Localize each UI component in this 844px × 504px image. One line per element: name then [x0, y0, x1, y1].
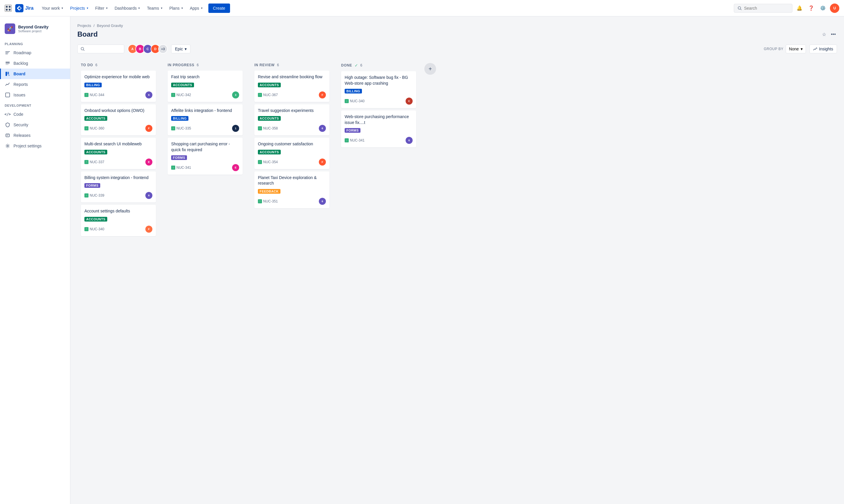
board-card[interactable]: Multi-dest search UI mobilewebACCOUNTS↑N… [81, 138, 156, 169]
board-search-input[interactable] [87, 47, 116, 51]
board-card[interactable]: Fast trip searchACCOUNTS↑NUC-3423 [168, 71, 243, 102]
card-title: High outage: Software bug fix - BG Web-s… [345, 75, 413, 86]
search-icon [738, 6, 742, 10]
grid-icon[interactable] [5, 5, 12, 12]
board-icon [5, 71, 11, 77]
breadcrumb: Projects / Beyond Gravity [77, 23, 837, 28]
card-tag: BILLING [84, 83, 102, 87]
teams-menu[interactable]: Teams▾ [144, 4, 164, 12]
sidebar-item-security[interactable]: Security [0, 120, 70, 130]
column-title-inprogress: IN PROGRESS [168, 63, 194, 67]
board-card[interactable]: Ongoing customer satisfactionACCOUNTS↑NU… [254, 138, 329, 169]
card-id-icon: ↑ [345, 99, 349, 103]
card-footer: ↑NUC-3516 [258, 198, 326, 205]
insights-button[interactable]: Insights [809, 44, 837, 53]
more-options-button[interactable]: ••• [830, 31, 837, 38]
card-avatar: 1 [232, 125, 239, 132]
card-id-text: NUC-340 [350, 99, 364, 103]
page-title: Board [77, 30, 97, 38]
breadcrumb-projects[interactable]: Projects [77, 23, 91, 28]
board-card[interactable]: Optimize experience for mobile webBILLIN… [81, 71, 156, 102]
svg-rect-13 [5, 93, 10, 97]
epic-filter[interactable]: Epic ▾ [171, 44, 191, 53]
board-card[interactable]: Revise and streamline booking flowACCOUN… [254, 71, 329, 102]
sidebar-item-roadmap[interactable]: Roadmap [0, 48, 70, 58]
done-check-icon: ✓ [355, 63, 358, 68]
sidebar-item-board[interactable]: Board [0, 69, 70, 79]
breadcrumb-project-name[interactable]: Beyond Gravity [97, 23, 123, 28]
card-id: ↑NUC-339 [84, 193, 104, 198]
notifications-button[interactable]: 🔔 [795, 3, 804, 13]
svg-rect-9 [5, 64, 8, 65]
development-label: DEVELOPMENT [0, 100, 70, 109]
group-by-select[interactable]: None ▾ [786, 44, 806, 53]
card-title: Optimize experience for mobile web [84, 74, 152, 80]
sidebar-item-backlog[interactable]: Backlog [0, 58, 70, 69]
user-avatar[interactable]: U [830, 3, 839, 13]
card-id-icon: ↑ [258, 160, 262, 164]
column-title-inreview: IN REVIEW [254, 63, 274, 67]
card-title: Onboard workout options (OWO) [84, 108, 152, 114]
topnav: Jira Your work▾ Projects▾ Filter▾ Dashbo… [0, 0, 844, 16]
card-id-icon: ↑ [258, 126, 262, 130]
column-count-inprogress: 6 [197, 63, 199, 67]
card-footer: ↑NUC-3423 [171, 91, 239, 98]
card-avatar: 6 [319, 198, 326, 205]
search-bar[interactable] [734, 4, 792, 13]
svg-rect-0 [6, 6, 7, 7]
filter-menu[interactable]: Filter▾ [93, 4, 110, 12]
projects-menu[interactable]: Projects▾ [68, 4, 91, 12]
card-id-text: NUC-341 [176, 165, 191, 170]
sidebar-item-issues[interactable]: Issues [0, 90, 70, 100]
create-button[interactable]: Create [208, 3, 230, 13]
sidebar-item-releases[interactable]: Releases [0, 130, 70, 141]
dashboards-menu[interactable]: Dashboards▾ [112, 4, 142, 12]
card-footer: ↑NUC-340F [84, 226, 152, 233]
settings-button[interactable]: ⚙️ [818, 3, 828, 13]
card-id-icon: ↑ [171, 93, 175, 97]
sidebar-item-reports[interactable]: Reports [0, 79, 70, 90]
plans-menu[interactable]: Plans▾ [167, 4, 185, 12]
board-card[interactable]: High outage: Software bug fix - BG Web-s… [341, 71, 416, 108]
card-id: ↑NUC-358 [258, 126, 278, 130]
card-id-text: NUC-341 [350, 138, 364, 142]
card-id-icon: ↑ [84, 126, 89, 130]
card-id: ↑NUC-337 [84, 160, 104, 164]
svg-point-15 [7, 145, 8, 147]
add-column-button[interactable]: + [424, 63, 436, 75]
board-card[interactable]: Onboard workout options (OWO)ACCOUNTS↑NU… [81, 104, 156, 136]
svg-rect-11 [7, 72, 9, 74]
card-id: ↑NUC-335 [171, 126, 191, 130]
card-tag: FORMS [171, 155, 187, 160]
help-button[interactable]: ❓ [807, 3, 816, 13]
board-card[interactable]: Web-store purchasing performance issue f… [341, 110, 416, 147]
svg-rect-2 [6, 9, 7, 11]
board-card[interactable]: Planet Taxi Device exploration & researc… [254, 172, 329, 208]
your-work-menu[interactable]: Your work▾ [39, 4, 65, 12]
card-id-text: NUC-367 [263, 93, 278, 97]
avatar-more[interactable]: +3 [158, 44, 168, 54]
column-title-done: DONE [341, 63, 352, 67]
board-card[interactable]: Affelite links integration - frontendBIL… [168, 104, 243, 136]
card-title: Fast trip search [171, 74, 239, 80]
card-footer: ↑NUC-3446 [84, 91, 152, 98]
board-card[interactable]: Shopping cart purchasing error - quick f… [168, 138, 243, 175]
sidebar-item-code[interactable]: </> Code [0, 109, 70, 120]
svg-line-17 [84, 50, 85, 51]
search-input[interactable] [744, 6, 785, 11]
project-icon: 🚀 [5, 23, 15, 34]
avatars-row: A B C D +3 [128, 44, 168, 54]
column-inprogress: IN PROGRESS6Fast trip searchACCOUNTS↑NUC… [164, 59, 246, 180]
board-search[interactable] [77, 44, 124, 53]
card-id-text: NUC-354 [263, 160, 278, 164]
star-button[interactable]: ☆ [821, 31, 827, 38]
apps-menu[interactable]: Apps▾ [187, 4, 205, 12]
reports-icon [5, 82, 11, 87]
insights-icon [813, 47, 817, 51]
board-card[interactable]: Travel suggestion experimentsACCOUNTS↑NU… [254, 104, 329, 136]
sidebar-item-project-settings[interactable]: Project settings [0, 141, 70, 151]
card-id-text: NUC-337 [90, 160, 104, 164]
jira-logo[interactable]: Jira [15, 4, 33, 12]
board-card[interactable]: Account settings defaultsACCOUNTS↑NUC-34… [81, 205, 156, 236]
board-card[interactable]: Billing system integration - frontendFOR… [81, 172, 156, 203]
